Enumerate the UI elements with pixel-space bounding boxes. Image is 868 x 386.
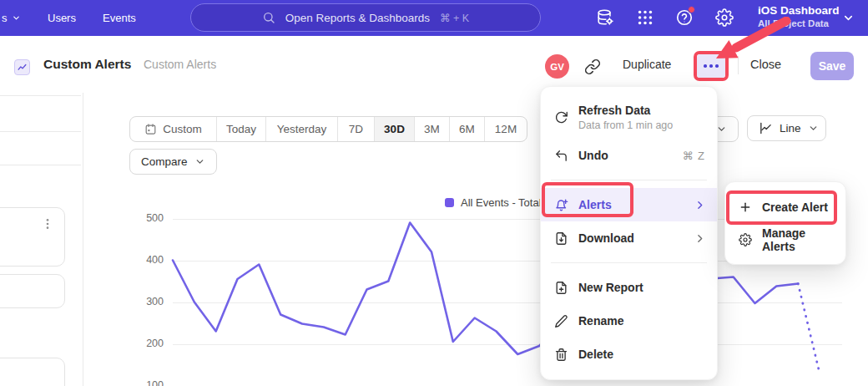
project-name: iOS Dashboard bbox=[758, 3, 840, 18]
avatar[interactable]: GV bbox=[545, 54, 569, 79]
trash-icon bbox=[554, 348, 568, 362]
settings-gear-icon[interactable] bbox=[715, 8, 734, 27]
calendar-icon bbox=[144, 123, 157, 135]
global-search-input[interactable]: Open Reports & Dashboards ⌘ + K bbox=[190, 3, 541, 32]
gear-icon bbox=[739, 233, 752, 246]
y-axis-label: 100 bbox=[130, 379, 164, 386]
sidebar-row-divider bbox=[0, 95, 81, 96]
chevron-down-icon bbox=[194, 156, 205, 167]
refresh-status-text: Data from 1 min ago bbox=[578, 119, 673, 131]
chevron-right-icon bbox=[694, 200, 705, 211]
apps-grid-icon[interactable] bbox=[636, 8, 654, 27]
undo-shortcut: ⌘ Z bbox=[682, 150, 705, 162]
save-button[interactable]: Save bbox=[810, 52, 854, 80]
dot bbox=[715, 64, 719, 68]
menu-item-undo[interactable]: Undo ⌘ Z bbox=[541, 139, 717, 172]
report-header: Custom Alerts Custom Alerts GV Duplicate… bbox=[0, 36, 868, 93]
mini-chart-icon bbox=[17, 62, 28, 73]
report-type-icon bbox=[14, 59, 30, 75]
sidebar-card[interactable] bbox=[0, 274, 65, 308]
chart-legend[interactable]: All Events - Total bbox=[445, 196, 542, 209]
chart-type-button[interactable]: Line bbox=[747, 115, 826, 141]
card-kebab-menu-icon[interactable] bbox=[41, 217, 54, 231]
submenu-item-manage-alerts[interactable]: Manage Alerts bbox=[725, 223, 845, 256]
refresh-icon bbox=[554, 110, 568, 124]
legend-swatch bbox=[445, 198, 454, 207]
date-range-today[interactable]: Today bbox=[217, 117, 266, 141]
date-range-3m[interactable]: 3M bbox=[415, 117, 450, 141]
chevron-down-icon bbox=[12, 13, 21, 23]
menu-item-refresh-data[interactable]: Refresh Data Data from 1 min ago bbox=[541, 95, 717, 139]
chevron-down-icon bbox=[808, 123, 819, 134]
sidebar-card[interactable] bbox=[0, 207, 65, 267]
date-range-custom[interactable]: Custom bbox=[130, 117, 217, 141]
nav-truncated-label: s bbox=[2, 12, 8, 24]
menu-item-download[interactable]: Download bbox=[541, 221, 717, 255]
more-options-button[interactable] bbox=[697, 54, 725, 78]
more-options-menu: Refresh Data Data from 1 min ago Undo ⌘ … bbox=[540, 86, 718, 380]
date-range-7d[interactable]: 7D bbox=[338, 117, 375, 141]
search-icon bbox=[262, 11, 275, 24]
menu-divider bbox=[551, 262, 707, 263]
project-chevron-down-icon[interactable] bbox=[842, 12, 855, 24]
sidebar-row-divider bbox=[0, 165, 81, 165]
top-navbar: s Users Events Open Reports & Dashboards… bbox=[0, 0, 868, 36]
date-range-yesterday[interactable]: Yesterday bbox=[266, 117, 338, 141]
y-axis-label: 500 bbox=[130, 212, 164, 224]
plus-icon bbox=[739, 201, 752, 214]
duplicate-button[interactable]: Duplicate bbox=[623, 36, 671, 93]
menu-item-new-report[interactable]: New Report bbox=[541, 271, 717, 304]
alerts-submenu: Create Alert Manage Alerts bbox=[724, 181, 846, 265]
download-icon bbox=[554, 231, 568, 246]
nav-item-users[interactable]: Users bbox=[48, 0, 76, 36]
dot bbox=[709, 64, 713, 68]
undo-icon bbox=[554, 149, 568, 163]
menu-item-delete[interactable]: Delete bbox=[541, 338, 717, 371]
date-range-6m[interactable]: 6M bbox=[450, 117, 485, 141]
y-axis-label: 300 bbox=[130, 296, 164, 307]
menu-item-alerts[interactable]: Alerts bbox=[541, 188, 717, 221]
chevron-right-icon bbox=[694, 233, 705, 244]
sidebar-vertical-divider bbox=[83, 93, 83, 386]
project-switcher[interactable]: iOS Dashboard All Project Data bbox=[758, 3, 840, 30]
header-divider bbox=[738, 56, 739, 74]
pencil-icon bbox=[554, 314, 568, 328]
line-chart-icon bbox=[759, 121, 773, 135]
compare-button[interactable]: Compare bbox=[129, 149, 217, 175]
page-title: Custom Alerts bbox=[43, 36, 131, 93]
gridline bbox=[173, 344, 842, 345]
copy-link-icon[interactable] bbox=[584, 58, 601, 75]
search-shortcut: ⌘ + K bbox=[440, 12, 469, 24]
sidebar-card[interactable] bbox=[0, 358, 65, 386]
date-range-12m[interactable]: 12M bbox=[485, 117, 527, 141]
close-button[interactable]: Close bbox=[750, 36, 781, 93]
y-axis-label: 200 bbox=[130, 338, 164, 349]
date-range-group: CustomTodayYesterday7D30D3M6M12M bbox=[129, 116, 527, 142]
sidebar-row-divider bbox=[0, 131, 81, 132]
legend-label: All Events - Total bbox=[461, 196, 542, 209]
bell-plus-icon bbox=[554, 198, 568, 212]
new-report-icon bbox=[554, 281, 568, 295]
dot bbox=[704, 64, 707, 68]
nav-item-truncated[interactable]: s bbox=[2, 0, 21, 36]
y-axis-label: 400 bbox=[130, 254, 164, 266]
gridline bbox=[173, 302, 842, 303]
help-notification-dot bbox=[688, 6, 695, 13]
breadcrumb: Custom Alerts bbox=[144, 36, 216, 93]
submenu-item-create-alert[interactable]: Create Alert bbox=[725, 190, 845, 223]
project-scope: All Project Data bbox=[758, 18, 840, 30]
menu-item-rename[interactable]: Rename bbox=[541, 304, 717, 338]
date-range-30d[interactable]: 30D bbox=[375, 117, 415, 141]
menu-divider bbox=[551, 180, 707, 180]
annotation-box-more-menu bbox=[694, 51, 729, 81]
search-placeholder: Open Reports & Dashboards bbox=[285, 12, 430, 24]
nav-item-events[interactable]: Events bbox=[103, 0, 136, 36]
data-management-icon[interactable] bbox=[596, 8, 614, 27]
